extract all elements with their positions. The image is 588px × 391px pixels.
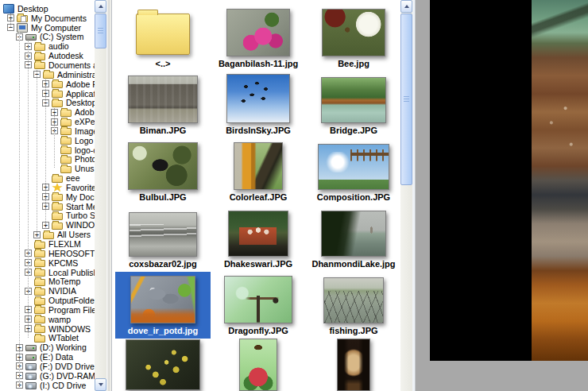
thumbnail-dove-ir-potd-jpg[interactable]: dove_ir_potd.jpg xyxy=(115,272,211,339)
tree-scrollbar[interactable] xyxy=(95,0,106,391)
tree-item-nvidia[interactable]: +NVIDIA xyxy=(0,286,95,296)
tree-item-favorites[interactable]: +Favorites xyxy=(0,183,95,192)
tree-item-my-computer[interactable]: −My Computer xyxy=(0,23,95,33)
thumbnail-scrollbar[interactable] xyxy=(400,0,412,391)
tree-item-kpcms[interactable]: +KPCMS xyxy=(0,258,95,268)
tree-scrollbar-track[interactable] xyxy=(95,0,106,391)
tree-item-audio[interactable]: +audio xyxy=(0,41,95,51)
thumbnail-image[interactable] xyxy=(130,276,195,323)
thumbnail-baganbilash-11-jpg[interactable]: Baganbilash-11.jpg xyxy=(211,5,306,72)
thumbnail-biman-jpg[interactable]: Biman.JPG xyxy=(115,72,211,138)
thumbnail-item-17[interactable] xyxy=(306,339,401,391)
folder-icon xyxy=(34,53,45,60)
tree-scrollbar-thumb[interactable] xyxy=(95,14,106,48)
tree-item-adob[interactable]: +Adob xyxy=(0,107,95,117)
thumbnail-image[interactable] xyxy=(318,144,389,190)
tree-item-photo[interactable]: Photo xyxy=(0,155,95,165)
folder-icon xyxy=(60,128,72,135)
tree-item-all-users[interactable]: +All Users xyxy=(0,230,95,239)
thumbnail-label: dove_ir_potd.jpg xyxy=(128,326,199,336)
tree-item-image[interactable]: +Image xyxy=(0,126,95,136)
tree-item-label: Favorites xyxy=(65,183,95,192)
folder-icon xyxy=(34,316,45,323)
tree-item-my-docu[interactable]: +My Docu xyxy=(0,192,95,202)
tree-item-label: audio xyxy=(48,41,69,51)
folder-icon xyxy=(34,242,45,249)
tree-item-windows[interactable]: +WINDOWS xyxy=(0,324,95,334)
tree-item-e-data[interactable]: +(E:) Data xyxy=(0,352,95,362)
folder-icon xyxy=(52,213,63,220)
thumbnail-fishing-jpg[interactable]: fishing.JPG xyxy=(306,272,401,339)
thumbnail-image[interactable] xyxy=(321,77,386,123)
thumbnail-image[interactable] xyxy=(322,9,385,56)
tree-item-label: Local Publish xyxy=(48,268,95,277)
tree-item-window[interactable]: +WINDOW xyxy=(0,220,95,230)
tree-item-program-files[interactable]: +Program Files xyxy=(0,305,95,315)
folder-tree: Desktop+My Documents−My Computer−(C:) Sy… xyxy=(0,0,95,391)
tree-item-logo[interactable]: Logo xyxy=(0,136,95,145)
tree-item-adobe-fla[interactable]: +Adobe Fla xyxy=(0,79,95,89)
thumbnail-image[interactable] xyxy=(226,9,290,56)
tree-item-autodesk[interactable]: +Autodesk xyxy=(0,51,95,60)
thumbnail-scrollbar-thumb[interactable] xyxy=(400,14,412,185)
thumbnail-label: Baganbilash-11.jpg xyxy=(219,59,298,69)
tree-item-c-system[interactable]: −(C:) System xyxy=(0,33,95,42)
tree-item-i-cd-drive[interactable]: +(I:) CD Drive xyxy=(0,381,95,390)
thumbnail-bulbul-jpg[interactable]: Bulbul.JPG xyxy=(115,138,211,205)
folder-icon xyxy=(60,119,72,126)
tree-item-desktop[interactable]: Desktop xyxy=(0,4,95,14)
thumbnail-dhakeswari-jpg[interactable]: Dhakeswari.JPG xyxy=(211,205,306,272)
tree-item-logo-c[interactable]: logo-c xyxy=(0,145,95,155)
thumbnail-image[interactable] xyxy=(226,74,290,123)
thumbnail-image[interactable] xyxy=(224,276,292,323)
thumbnail-image[interactable] xyxy=(129,212,197,257)
thumbnail-dhanmondilake-jpg[interactable]: DhanmondiLake.jpg xyxy=(306,205,401,272)
parent-folder-icon[interactable] xyxy=(136,14,190,55)
thumbnail-[interactable]: <..> xyxy=(115,5,211,72)
tree-item-start-men[interactable]: +Start Men xyxy=(0,202,95,211)
thumbnail-image[interactable] xyxy=(239,339,277,391)
thumbnail-image[interactable] xyxy=(337,339,370,391)
tree-item-expe[interactable]: +eXPe xyxy=(0,117,95,126)
tree-item-my-documents[interactable]: +My Documents xyxy=(0,14,95,23)
thumbnail-composition-jpg[interactable]: Composition.JPG xyxy=(306,138,401,205)
folder-icon xyxy=(60,110,72,117)
tree-item-herosoft[interactable]: +HEROSOFT xyxy=(0,249,95,258)
thumbnail-image[interactable] xyxy=(323,277,384,323)
thumbnail-coxsbazar02-jpg[interactable]: coxsbazar02.jpg xyxy=(115,205,211,272)
tree-item-flexlm[interactable]: FLEXLM xyxy=(0,239,95,249)
tree-item-turbo-sq[interactable]: Turbo Sq xyxy=(0,211,95,221)
tree-item-motemp[interactable]: MoTemp xyxy=(0,277,95,286)
tree-item-desktop[interactable]: −Desktop xyxy=(0,98,95,107)
thumbnail-dragonfly-jpg[interactable]: Dragonfly.JPG xyxy=(211,272,306,339)
tree-item-eee[interactable]: eee xyxy=(0,173,95,183)
thumbnail-item-15[interactable] xyxy=(115,339,211,391)
thumbnail-bee-jpg[interactable]: Bee.jpg xyxy=(306,5,401,72)
tree-item-local-publish[interactable]: +Local Publish xyxy=(0,268,95,277)
thumbnail-image[interactable] xyxy=(128,142,198,190)
tree-item-d-working[interactable]: +(D:) Working xyxy=(0,343,95,352)
tree-scroll-down-button[interactable] xyxy=(95,378,106,391)
folder-icon xyxy=(34,62,45,69)
thumbnail-image[interactable] xyxy=(126,339,200,390)
thumbnail-image[interactable] xyxy=(234,142,283,190)
tree-item-unus[interactable]: Unus xyxy=(0,164,95,173)
thumbnail-bridge-jpg[interactable]: Bridge.JPG xyxy=(306,72,401,138)
tree-item-administrator[interactable]: −Administrator xyxy=(0,70,95,79)
tree-item-wtablet[interactable]: WTablet xyxy=(0,334,95,343)
thumbnail-birdsinsky-jpg[interactable]: BirdsInSky.JPG xyxy=(211,72,306,138)
tree-item-g-dvd-ram-drive[interactable]: +(G:) DVD-RAM Drive xyxy=(0,371,95,381)
tree-item-documents-and-s[interactable]: −Documents and S xyxy=(0,60,95,70)
tree-item-wamp[interactable]: +wamp xyxy=(0,315,95,324)
tree-item-applicatio[interactable]: +Applicatio xyxy=(0,89,95,99)
thumbnail-item-16[interactable] xyxy=(211,339,306,391)
thumbnail-image[interactable] xyxy=(321,211,386,257)
tree-guide-line xyxy=(19,32,20,385)
tree-item-outputfolder[interactable]: OutputFolder xyxy=(0,296,95,305)
tree-scroll-up-button[interactable] xyxy=(95,0,106,13)
thumbnail-image[interactable] xyxy=(228,211,288,257)
tree-item-f-dvd-drive[interactable]: +(F:) DVD Drive xyxy=(0,362,95,371)
thumbnail-image[interactable] xyxy=(128,75,198,123)
thumbnail-scroll-up-button[interactable] xyxy=(400,0,412,13)
thumbnail-colorleaf-jpg[interactable]: Colorleaf.JPG xyxy=(211,138,306,205)
